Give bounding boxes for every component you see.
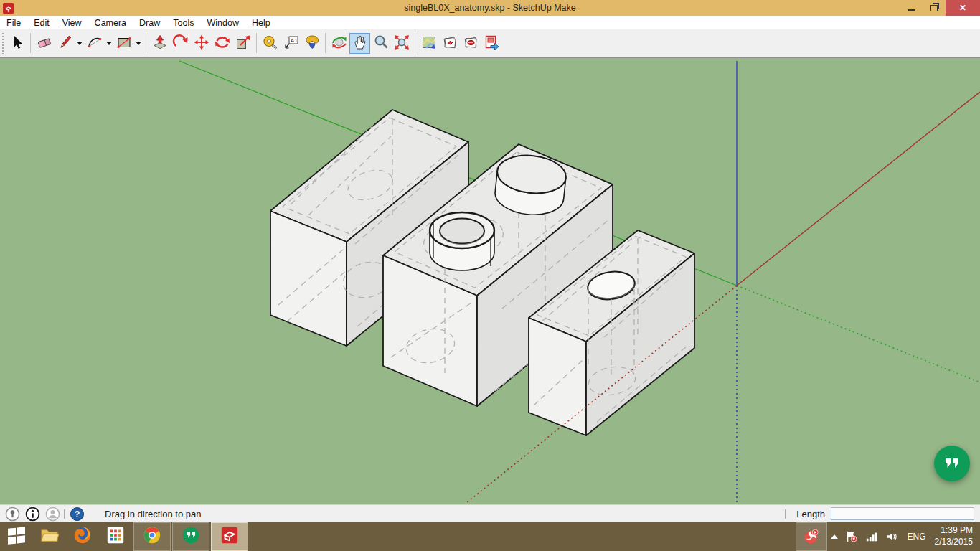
volume-icon[interactable] [882, 522, 902, 551]
status-bar: ? Drag in direction to pan Length [0, 504, 980, 522]
text-icon: A1 [283, 34, 300, 53]
tool-pan-button[interactable] [349, 33, 370, 54]
chevron-down-icon [106, 42, 112, 45]
eraser-icon [36, 34, 53, 53]
minimize-button[interactable] [900, 0, 923, 16]
toolbar-separator [146, 33, 146, 53]
tool-paint-bucket-button[interactable] [301, 33, 322, 54]
rectangle-dropdown-arrow[interactable] [134, 33, 143, 54]
firefox-icon [72, 525, 93, 548]
menu-camera[interactable]: Camera [88, 17, 133, 29]
tool-zoom-button[interactable] [370, 33, 391, 54]
taskbar-start-button[interactable] [0, 522, 33, 551]
tool-rotate-button[interactable] [212, 33, 232, 54]
tape-measure-icon [262, 34, 279, 53]
sketchup-app-icon [3, 3, 14, 14]
tool-text-button[interactable]: A1 [281, 33, 301, 54]
menu-window[interactable]: Window [200, 17, 245, 29]
tool-tape-measure-button[interactable] [260, 33, 281, 54]
arc-dropdown-arrow[interactable] [105, 33, 113, 54]
menu-bar: FileEditViewCameraDrawToolsWindowHelp [0, 16, 980, 29]
tray-notifier-icon[interactable] [796, 522, 827, 551]
tool-rectangle-button[interactable] [113, 33, 134, 54]
menu-file[interactable]: File [0, 17, 27, 29]
taskbar-sketchup[interactable] [211, 522, 248, 551]
svg-text:?: ? [75, 509, 80, 519]
tool-line-button[interactable] [55, 33, 75, 54]
model-viewport[interactable] [0, 57, 980, 504]
rectangle-icon [116, 34, 133, 53]
measurement-input[interactable] [831, 507, 974, 520]
menu-tools[interactable]: Tools [166, 17, 200, 29]
close-button[interactable]: ✕ [946, 0, 980, 16]
toolbar-separator [325, 33, 326, 53]
orbit-icon [331, 34, 348, 53]
toolbar-separator [415, 33, 415, 53]
tool-get-models-button[interactable] [439, 33, 460, 54]
taskbar-hangouts[interactable] [172, 522, 209, 551]
tool-move-button[interactable] [191, 33, 212, 54]
tool-follow-me-button[interactable] [170, 33, 191, 54]
sign-in-icon[interactable] [45, 507, 60, 522]
menu-view[interactable]: View [56, 17, 88, 29]
show-hidden-icons-button[interactable] [827, 522, 842, 551]
up-arrow-icon [831, 534, 838, 539]
tool-orbit-button[interactable] [329, 33, 349, 54]
get-models-icon [441, 34, 458, 53]
taskbar-app-grid[interactable] [99, 522, 132, 551]
window-title: singleBL0X_anatomy.skp - SketchUp Make [0, 3, 980, 13]
scale-icon [235, 34, 252, 53]
tool-arc-button[interactable] [84, 33, 105, 54]
toolbar: A1 [0, 29, 980, 57]
viewport-canvas[interactable] [0, 58, 980, 504]
taskbar-clock[interactable]: 1:39 PM 2/13/2015 [932, 525, 980, 547]
start-icon [6, 525, 27, 548]
follow-me-icon [172, 34, 189, 53]
network-icon[interactable] [862, 522, 882, 551]
menu-edit[interactable]: Edit [27, 17, 56, 29]
chevron-down-icon [136, 42, 141, 45]
tool-share-model-button[interactable] [460, 33, 481, 54]
toolbar-separator [256, 33, 257, 53]
zoom-icon [372, 34, 390, 53]
taskbar-chrome[interactable] [133, 522, 171, 551]
send-to-layout-icon [483, 34, 500, 53]
tool-zoom-extents-button[interactable] [391, 33, 412, 54]
push-pull-icon [151, 34, 169, 53]
tool-push-pull-button[interactable] [149, 33, 170, 54]
hangouts-icon [181, 525, 201, 548]
tube-ring[interactable] [430, 212, 494, 270]
line-icon [57, 34, 74, 53]
toolbar-grip[interactable] [1, 32, 4, 54]
tool-scale-button[interactable] [232, 33, 253, 54]
windows-taskbar: ENG 1:39 PM 2/13/2015 [0, 522, 980, 551]
arc-icon [86, 34, 103, 53]
taskbar-firefox[interactable] [66, 522, 99, 551]
help-icon[interactable]: ? [70, 507, 85, 522]
menu-draw[interactable]: Draw [133, 17, 166, 29]
tool-eraser-button[interactable] [34, 33, 55, 54]
hangouts-overlay-button[interactable] [934, 446, 970, 481]
measurement-label: Length [796, 509, 825, 519]
measurement-separator [785, 509, 786, 519]
zoom-extents-icon [393, 34, 410, 53]
tool-select-button[interactable] [6, 33, 27, 54]
language-indicator[interactable]: ENG [902, 532, 932, 542]
move-icon [193, 34, 210, 53]
taskbar-file-explorer[interactable] [33, 522, 66, 551]
line-dropdown-arrow[interactable] [75, 33, 84, 54]
statusbar-separator [64, 509, 65, 519]
status-message: Drag in direction to pan [105, 509, 201, 519]
action-center-icon[interactable] [842, 522, 862, 551]
menu-help[interactable]: Help [245, 17, 277, 29]
geolocation-icon[interactable] [5, 507, 20, 522]
rotate-icon [214, 34, 231, 53]
credits-icon[interactable] [25, 507, 40, 522]
restore-button[interactable] [923, 0, 946, 16]
clock-date: 2/13/2015 [935, 537, 973, 548]
title-bar: singleBL0X_anatomy.skp - SketchUp Make ✕ [0, 0, 980, 16]
tool-send-to-layout-button[interactable] [481, 33, 501, 54]
tool-add-location-button[interactable] [418, 33, 439, 54]
sketchup-icon [220, 525, 240, 548]
chrome-icon [142, 525, 162, 548]
